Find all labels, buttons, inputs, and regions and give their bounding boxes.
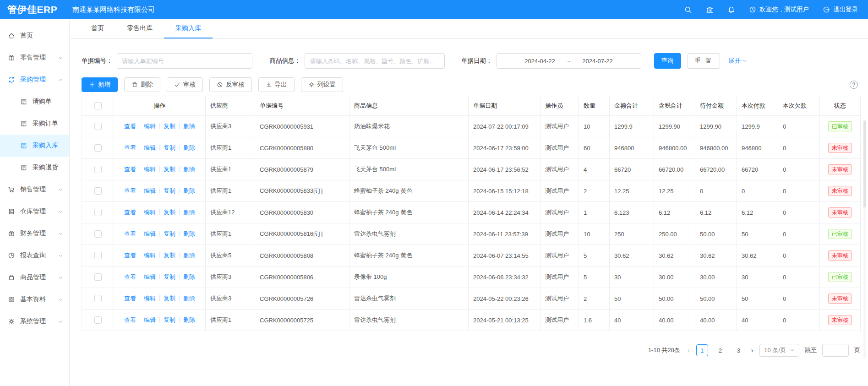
copy-link[interactable]: 复制 <box>164 295 175 302</box>
prev-page-icon[interactable]: ‹ <box>687 347 691 354</box>
delete-link[interactable]: 删除 <box>183 230 195 237</box>
copy-link[interactable]: 复制 <box>164 144 175 151</box>
sidebar-item-首页[interactable]: 首页 <box>0 25 69 47</box>
delete-link[interactable]: 删除 <box>183 295 195 302</box>
date-range-picker[interactable]: 2024-04-22 ~ 2024-07-22 <box>497 53 641 69</box>
jump-page-input[interactable] <box>822 344 849 357</box>
edit-link[interactable]: 编辑 <box>144 144 156 151</box>
edit-link[interactable]: 编辑 <box>144 187 156 194</box>
edit-link[interactable]: 编辑 <box>144 123 156 130</box>
sidebar-item-label: 基本资料 <box>20 295 46 304</box>
view-link[interactable]: 查看 <box>124 209 136 216</box>
delete-link[interactable]: 删除 <box>183 209 195 216</box>
sidebar-item-财务管理[interactable]: 财务管理 <box>0 223 69 245</box>
select-all-checkbox[interactable] <box>94 102 102 109</box>
edit-link[interactable]: 编辑 <box>144 209 156 216</box>
page-button-2[interactable]: 2 <box>715 344 726 356</box>
view-link[interactable]: 查看 <box>124 252 136 259</box>
view-link[interactable]: 查看 <box>124 123 136 130</box>
row-checkbox[interactable] <box>94 252 102 259</box>
copy-link[interactable]: 复制 <box>164 166 175 173</box>
sidebar-item-采购订单[interactable]: 采购订单 <box>0 113 69 135</box>
row-checkbox[interactable] <box>94 295 102 302</box>
next-page-icon[interactable]: › <box>750 347 754 354</box>
导出-button[interactable]: 导出 <box>258 77 295 92</box>
copy-link[interactable]: 复制 <box>164 187 175 194</box>
table-scrollbar[interactable] <box>863 120 866 359</box>
copy-link[interactable]: 复制 <box>164 123 175 130</box>
sidebar-item-仓库管理[interactable]: 仓库管理 <box>0 201 69 223</box>
sidebar-item-销售管理[interactable]: 销售管理 <box>0 179 69 201</box>
copy-link[interactable]: 复制 <box>164 316 175 323</box>
delete-link[interactable]: 删除 <box>183 273 195 280</box>
copy-link[interactable]: 复制 <box>164 230 175 237</box>
tab-首页[interactable]: 首页 <box>80 19 115 38</box>
sidebar-item-零售管理[interactable]: 零售管理 <box>0 47 69 69</box>
delete-link[interactable]: 删除 <box>183 187 195 194</box>
sidebar-item-基本资料[interactable]: 基本资料 <box>0 288 69 310</box>
row-checkbox[interactable] <box>94 144 102 152</box>
sidebar-item-采购管理[interactable]: 采购管理 <box>0 69 69 91</box>
新增-button[interactable]: 新增 <box>82 77 118 92</box>
sidebar-item-商品管理[interactable]: 商品管理 <box>0 266 69 288</box>
order-no-input[interactable] <box>117 53 252 69</box>
row-checkbox[interactable] <box>94 209 102 216</box>
search-icon[interactable] <box>684 6 692 14</box>
copy-link[interactable]: 复制 <box>164 209 175 216</box>
sidebar-item-采购入库[interactable]: 采购入库 <box>0 135 69 157</box>
view-link[interactable]: 查看 <box>124 295 136 302</box>
view-link[interactable]: 查看 <box>124 316 136 323</box>
bank-icon[interactable] <box>706 6 714 14</box>
logout-button[interactable]: 退出登录 <box>823 5 858 14</box>
product-info-input[interactable] <box>305 53 445 69</box>
expand-toggle[interactable]: 展开 <box>728 57 747 65</box>
page-size-select[interactable]: 10 条/页 <box>759 344 799 357</box>
date-from[interactable]: 2024-04-22 <box>524 58 555 65</box>
page-button-3[interactable]: 3 <box>733 344 745 356</box>
view-link[interactable]: 查看 <box>124 187 136 194</box>
column-header-商品信息: 商品信息 <box>349 96 469 116</box>
view-link[interactable]: 查看 <box>124 166 136 173</box>
edit-link[interactable]: 编辑 <box>144 316 156 323</box>
delete-link[interactable]: 删除 <box>183 316 195 323</box>
列设置-button[interactable]: 列设置 <box>301 77 344 92</box>
sidebar-item-报表查询[interactable]: 报表查询 <box>0 245 69 266</box>
question-icon[interactable]: ? <box>850 81 858 89</box>
反审核-button[interactable]: 反审核 <box>209 77 252 92</box>
reset-button[interactable]: 重 置 <box>688 53 721 69</box>
date-to[interactable]: 2024-07-22 <box>582 58 613 65</box>
view-link[interactable]: 查看 <box>124 144 136 151</box>
sidebar-item-请购单[interactable]: 请购单 <box>0 91 69 113</box>
doc-icon <box>20 98 27 105</box>
sidebar-item-系统管理[interactable]: 系统管理 <box>0 310 69 332</box>
edit-link[interactable]: 编辑 <box>144 273 156 280</box>
bell-icon[interactable] <box>727 6 735 14</box>
edit-link[interactable]: 编辑 <box>144 230 156 237</box>
edit-link[interactable]: 编辑 <box>144 295 156 302</box>
row-checkbox[interactable] <box>94 123 102 130</box>
tab-零售出库[interactable]: 零售出库 <box>115 19 164 38</box>
search-button[interactable]: 查询 <box>654 53 681 69</box>
edit-link[interactable]: 编辑 <box>144 252 156 259</box>
row-checkbox[interactable] <box>94 166 102 173</box>
app-logo[interactable]: 管伊佳ERP <box>7 3 66 16</box>
copy-link[interactable]: 复制 <box>164 273 175 280</box>
view-link[interactable]: 查看 <box>124 230 136 237</box>
sidebar-item-采购退货[interactable]: 采购退货 <box>0 157 69 179</box>
page-button-1[interactable]: 1 <box>696 344 708 356</box>
delete-link[interactable]: 删除 <box>183 123 195 130</box>
welcome-user[interactable]: 欢迎您，测试用户 <box>749 5 809 14</box>
delete-link[interactable]: 删除 <box>183 166 195 173</box>
view-link[interactable]: 查看 <box>124 273 136 280</box>
row-checkbox[interactable] <box>94 273 102 281</box>
delete-link[interactable]: 删除 <box>183 252 195 259</box>
copy-link[interactable]: 复制 <box>164 252 175 259</box>
edit-link[interactable]: 编辑 <box>144 166 156 173</box>
row-checkbox[interactable] <box>94 316 102 324</box>
tab-采购入库[interactable]: 采购入库 <box>164 19 213 38</box>
删除-button[interactable]: 删除 <box>124 77 160 92</box>
row-checkbox[interactable] <box>94 187 102 195</box>
审核-button[interactable]: 审核 <box>167 77 203 92</box>
delete-link[interactable]: 删除 <box>183 144 195 151</box>
row-checkbox[interactable] <box>94 230 102 238</box>
